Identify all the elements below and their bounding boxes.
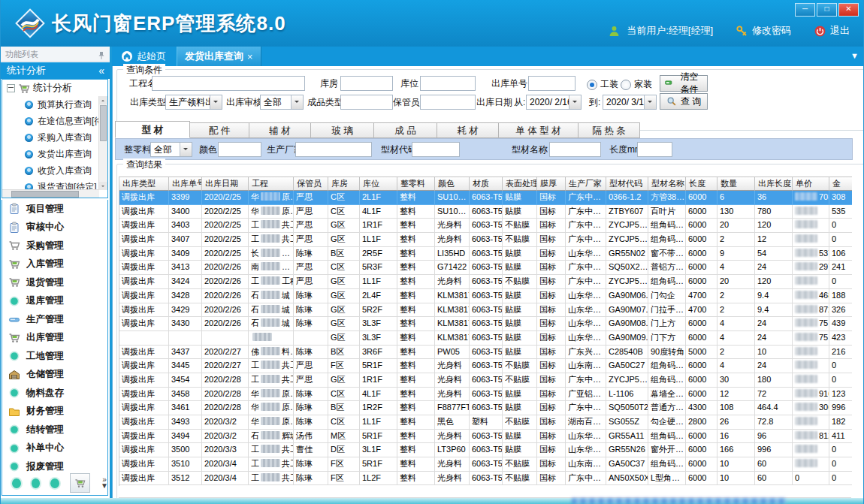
column-header-type[interactable]: 出库类型 xyxy=(119,177,169,191)
table-row[interactable]: G区3L3F整料KLM38176063-T5贴膜国标山东华…GA90M09.门下… xyxy=(119,331,852,346)
tree-scroll-thumb[interactable] xyxy=(100,105,107,141)
radio-home-decor[interactable]: 家装 xyxy=(621,78,652,91)
tree-item[interactable]: 采购入库查询 xyxy=(2,129,107,146)
profile-code-input[interactable] xyxy=(412,142,460,157)
table-row[interactable]: 调拨出库34612020/2/28华原…陈琳B区1R2F整料F8877FT606… xyxy=(119,401,852,415)
sidebar-section-header[interactable]: 统计分析 « xyxy=(1,62,110,79)
column-header-len[interactable]: 长度 xyxy=(686,177,717,191)
table-row[interactable]: 调拨出库35002020/3/3工共工程曹佳D区3L1F整料LT3P606063… xyxy=(119,443,852,457)
table-row[interactable]: 调拨出库34282020/2/26石城陈琳G区2L4F整料KLM38176063… xyxy=(119,289,852,303)
tree-hscroll-thumb[interactable] xyxy=(11,191,79,198)
length-input[interactable] xyxy=(637,142,672,157)
audit-select[interactable]: 全部 xyxy=(260,95,304,110)
column-header-name[interactable]: 型材名称 xyxy=(648,177,686,191)
column-header-mat[interactable]: 材质 xyxy=(470,177,503,191)
location-input[interactable] xyxy=(420,76,476,91)
table-row[interactable]: 调拨出库34132020/2/26南…严思C区5R3F整料G714226063-… xyxy=(119,261,852,275)
pin-icon[interactable] xyxy=(97,50,106,59)
column-header-qty[interactable]: 数量 xyxy=(717,177,755,191)
sidebar-item-项目管理[interactable]: 项目管理 xyxy=(2,200,107,219)
keeper-input[interactable] xyxy=(420,95,476,110)
table-row[interactable]: 调拨出库34032020/2/25工共工程严思G区1R1F整料光身料6063-T… xyxy=(119,219,852,233)
tab-close-icon[interactable]: × xyxy=(247,51,253,62)
toolbar-circle-icon[interactable] xyxy=(32,478,41,488)
logout-button[interactable]: 退出 xyxy=(814,24,850,38)
tree-horizontal-scrollbar[interactable] xyxy=(2,189,99,198)
sidebar-item-物料盘存[interactable]: 物料盘存 xyxy=(2,384,107,403)
sidebar-item-采购管理[interactable]: 采购管理 xyxy=(2,237,107,255)
radio-industrial[interactable]: 工装 xyxy=(587,78,618,91)
tree-vertical-scrollbar[interactable] xyxy=(98,96,107,190)
whole-part-select[interactable]: 全部 xyxy=(150,142,192,157)
column-header-surf[interactable]: 表面处理 xyxy=(503,177,537,191)
tab-shipping-outbound-query[interactable]: 发货出库查询 × xyxy=(177,47,261,66)
sidebar-item-结转管理[interactable]: 结转管理 xyxy=(2,421,107,439)
table-row[interactable]: 调拨出库34292020/2/26石城陈琳G区5R2F整料KLM38176063… xyxy=(119,303,852,318)
column-header-date[interactable]: 出库日期 xyxy=(202,177,249,191)
table-row[interactable]: 调拨出库35122020/3/4工共工程陈琳F区1L2F整料光身料6063-T5… xyxy=(119,472,852,486)
product-type-input[interactable] xyxy=(340,95,393,110)
table-row[interactable]: 调拨出库33992020/2/25华原…严思C区2L1F整料SU10…6063-… xyxy=(119,191,852,205)
column-header-loc[interactable]: 库位 xyxy=(360,177,397,191)
table-row[interactable]: 调拨出库34372020/2/27佛料…陈琳B区3R6F整料PW056063-T… xyxy=(119,346,852,360)
sidebar-item-退库管理[interactable]: 退库管理 xyxy=(2,292,107,311)
table-row[interactable]: 调拨出库34242020/2/26工工程严思G区1L1F整料光身料6063-T5… xyxy=(119,275,852,289)
column-header-no[interactable]: 出库单号 xyxy=(169,177,202,191)
change-password-button[interactable]: 修改密码 xyxy=(736,24,791,38)
column-header-mfr[interactable]: 生产厂家 xyxy=(566,177,606,191)
tree-item[interactable]: 发货出库查询 xyxy=(2,146,107,162)
out-type-select[interactable]: 生产领料出库 xyxy=(165,95,222,110)
table-row[interactable]: 调拨出库34542020/2/28工共工程严思G区1R1F整料光身料6063-T… xyxy=(119,373,852,388)
material-tab-耗材[interactable]: 耗 材 xyxy=(437,122,499,138)
project-name-input[interactable] xyxy=(152,76,305,91)
minimize-button[interactable]: ─ xyxy=(795,3,815,17)
table-row[interactable]: 调拨出库34452020/2/27工共工程严思F区5R1F整料光身料6063-T… xyxy=(119,359,852,373)
sidebar-item-入库管理[interactable]: 入库管理 xyxy=(2,255,107,274)
toolbar-circle-icon[interactable] xyxy=(50,478,59,488)
table-row[interactable]: 调拨出库34072020/2/25工共工程严思G区1L1F整料光身料6063-T… xyxy=(119,233,852,247)
date-to-picker[interactable]: 2020/ 3/16 xyxy=(603,95,657,110)
sidebar-item-补单中心[interactable]: 补单中心 xyxy=(2,439,107,458)
column-header-wh[interactable]: 库房 xyxy=(328,177,360,191)
column-header-keeper[interactable]: 保管员 xyxy=(294,177,328,191)
material-tab-辅材[interactable]: 辅 材 xyxy=(249,122,311,138)
search-button[interactable]: 查 询 xyxy=(660,93,708,110)
manufacturer-input[interactable] xyxy=(295,142,372,157)
tree-item[interactable]: 预算执行查询 xyxy=(2,96,107,113)
material-tab-型材[interactable]: 型 材 xyxy=(115,121,190,138)
sidebar-item-审核中心[interactable]: 审核中心 xyxy=(2,219,107,237)
toolbar-circle-icon[interactable] xyxy=(12,478,21,488)
sidebar-item-生产管理[interactable]: 生产管理 xyxy=(2,310,107,329)
column-header-zl[interactable]: 整零料 xyxy=(397,177,435,191)
column-header-film[interactable]: 膜厚 xyxy=(537,177,566,191)
tree-item[interactable]: 在途信息查询[待 xyxy=(2,113,107,129)
color-input[interactable] xyxy=(218,142,261,157)
column-header-color[interactable]: 颜色 xyxy=(435,177,470,191)
scroll-up-icon[interactable] xyxy=(99,96,107,104)
scroll-down-icon[interactable] xyxy=(99,182,107,190)
sidebar-item-退货管理[interactable]: 退货管理 xyxy=(2,273,107,292)
sidebar-item-工地管理[interactable]: 工地管理 xyxy=(2,347,107,366)
column-header-amount[interactable]: 金 xyxy=(829,177,852,191)
sidebar-item-出库管理[interactable]: 出库管理 xyxy=(2,329,107,348)
tab-overflow-icon[interactable]: ▼ xyxy=(850,51,859,60)
profile-name-input[interactable] xyxy=(549,142,601,157)
table-row[interactable]: 调拨出库35102020/3/4工共工程陈琳F区5R1F整料光身料6063-T5… xyxy=(119,457,852,472)
column-header-outlen[interactable]: 出库长度 xyxy=(755,177,793,191)
table-row[interactable]: 调拨出库34932020/3/2华原…陈琳C区1L1F整料黑色塑料不贴膜国标湖南… xyxy=(119,415,852,430)
material-tab-成品[interactable]: 成 品 xyxy=(373,122,437,138)
order-no-input[interactable] xyxy=(528,76,575,91)
table-row[interactable]: 调拨出库34582020/2/28华原…陈琳C区4L1F整料光身料6063-T5… xyxy=(119,388,852,402)
clear-conditions-button[interactable]: 清空条件 xyxy=(660,75,708,92)
toolbar-more-button[interactable]: »▼ xyxy=(101,477,108,489)
sidebar-item-仓储管理[interactable]: 仓储管理 xyxy=(2,366,107,385)
material-tab-配件[interactable]: 配 件 xyxy=(189,122,249,138)
toolbar-cart-button[interactable] xyxy=(70,473,90,493)
sidebar-item-财务管理[interactable]: 财务管理 xyxy=(2,403,107,421)
warehouse-input[interactable] xyxy=(340,76,393,91)
date-from-picker[interactable]: 2020/ 2/16 xyxy=(526,95,582,110)
column-header-price[interactable]: 单价 xyxy=(793,177,829,191)
material-tab-隔热条[interactable]: 隔 热 条 xyxy=(578,122,640,138)
column-header-proj[interactable]: 工程 xyxy=(249,177,294,191)
tree-expander-icon[interactable] xyxy=(7,84,15,92)
